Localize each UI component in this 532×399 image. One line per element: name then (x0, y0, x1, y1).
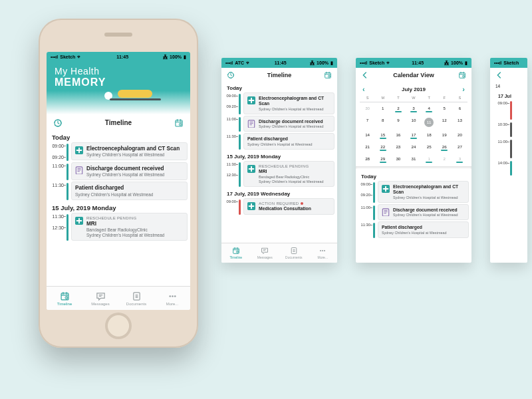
calendar-day[interactable]: 13 (452, 116, 467, 129)
hero-header: My Health MEMORY (47, 62, 190, 114)
tab-more[interactable]: More... (309, 243, 338, 263)
event-row[interactable]: 11:00 Discharge document receivedSydney … (356, 204, 471, 222)
calendar-day[interactable]: 10 (406, 116, 421, 129)
section-today: Today (47, 131, 190, 142)
calendar-day[interactable]: 4 (422, 104, 437, 114)
document-icon (75, 166, 83, 174)
calendar-day[interactable]: 1 (422, 154, 437, 165)
calendar-day[interactable]: 8 (375, 116, 390, 129)
tab-more[interactable]: More... (154, 287, 190, 310)
calendar-icon[interactable] (174, 118, 184, 128)
next-month[interactable]: › (462, 85, 465, 93)
document-icon (247, 120, 255, 128)
calendar-day[interactable]: 22 (375, 142, 390, 153)
hero-art-bar (118, 90, 152, 98)
event-row[interactable]: 11:00 Discharge document receivedSydney … (221, 116, 337, 134)
screen-calendar: •••ılSketchᯤ 11:45 ⁂100%▮ Calendar View … (356, 58, 471, 263)
calendar-day[interactable]: 21 (360, 142, 375, 153)
event-row[interactable]: 11:30 Patient dischargedSydney Children'… (221, 133, 337, 151)
nav-bar: Timeline (221, 68, 337, 82)
calendar-day[interactable]: 17 (406, 130, 421, 141)
calendar-day[interactable]: 14 (360, 130, 375, 141)
calendar-day[interactable]: 27 (452, 142, 467, 153)
calendar-day[interactable]: 18 (422, 130, 437, 141)
medical-icon (247, 96, 255, 104)
event-row[interactable]: 09:0009:20 Electroencephalogram and CT S… (356, 181, 471, 204)
app-title-2: MEMORY (55, 76, 182, 88)
calendar-day[interactable]: 24 (406, 142, 421, 153)
tab-documents[interactable]: Documents (279, 243, 309, 263)
calendar-grid[interactable]: SMTWTFS301234567891011121314151617181920… (360, 94, 467, 165)
more-icon (168, 291, 178, 301)
event-row[interactable]: 09:0009:20 Electroencephalogram and CT S… (221, 92, 337, 116)
calendar-day[interactable]: 2 (437, 154, 452, 165)
iphone-device: •••ılSketchᯤ 11:45 ⁂100%▮ My Health MEMO… (39, 19, 198, 348)
section-jul15: 15 July, 2019 Monday (47, 201, 190, 213)
event-row[interactable]: 09:00 ACTION REQUIRED Medication Consult… (221, 198, 337, 216)
tab-bar: Timeline Messages Documents More... (221, 243, 337, 263)
rail (66, 183, 68, 200)
calendar-day[interactable]: 23 (390, 142, 406, 153)
calendar-day[interactable]: 30 (390, 154, 406, 165)
section-today: Today (356, 172, 471, 181)
calendar-day[interactable]: 28 (360, 154, 375, 165)
tab-bar: Timeline Messages Documents More... (47, 286, 190, 310)
calendar-day[interactable]: 16 (390, 130, 406, 141)
calendar-day[interactable]: 9 (390, 116, 406, 129)
calendar-day[interactable]: 7 (360, 116, 375, 129)
tab-messages[interactable]: Messages (251, 243, 280, 263)
calendar-icon (60, 291, 70, 301)
nav-bar: Calendar View (356, 68, 471, 82)
history-icon[interactable] (53, 118, 63, 128)
rail (66, 144, 68, 161)
event-row[interactable]: 11:3012:30 RESCHEDULE PENDINGMRI Bandage… (221, 161, 337, 188)
section-jul15: 15 July, 2019 Monday (221, 151, 337, 161)
calendar-day[interactable]: 3 (452, 154, 467, 165)
screen-title: Calendar View (393, 72, 434, 78)
calendar-icon[interactable] (458, 71, 466, 79)
tab-messages[interactable]: Messages (82, 287, 118, 310)
calendar-day[interactable]: 30 (360, 104, 375, 114)
calendar-day[interactable]: 29 (375, 154, 390, 165)
app-title-1: My Health (55, 66, 182, 76)
rail (66, 214, 68, 241)
rail (66, 164, 68, 180)
calendar-day[interactable]: 19 (437, 130, 452, 141)
calendar-day[interactable]: 25 (422, 142, 437, 153)
calendar-day[interactable]: 6 (452, 104, 467, 114)
prev-month[interactable]: ‹ (362, 85, 365, 93)
calendar-day[interactable]: 2 (390, 104, 406, 114)
screen-title: Timeline (267, 72, 291, 78)
tab-timeline[interactable]: Timeline (221, 243, 251, 263)
tab-timeline[interactable]: Timeline (47, 287, 82, 310)
calendar-day[interactable]: 12 (437, 116, 452, 129)
calendar-day[interactable]: 15 (375, 130, 390, 141)
event-row[interactable]: 11:00 Discharge document receivedSydney … (47, 162, 190, 182)
timeline-body: Today 09:0009:20 Electroencephalogram an… (47, 131, 190, 242)
documents-icon (132, 291, 142, 301)
event-row[interactable]: 09:0009:20 Electroencephalogram and CT S… (47, 142, 190, 162)
calendar-day[interactable]: 5 (437, 104, 452, 114)
event-row[interactable]: 11:30 Patient dischargedSydney Children'… (356, 221, 471, 239)
calendar-day[interactable]: 20 (452, 130, 467, 141)
calendar-day[interactable]: 26 (437, 142, 452, 153)
status-bar: •••ılATCᯤ 11:45 ⁂100%▮ (221, 58, 337, 68)
back-icon[interactable] (495, 71, 503, 79)
cal-frag: 14 (493, 82, 527, 91)
event-row[interactable]: 11:30 Patient dischargedSydney Children'… (47, 182, 190, 201)
status-bar: •••ılSketchᯤ 11:45 ⁂100%▮ (47, 52, 190, 62)
calendar-icon[interactable] (324, 71, 332, 79)
section-jul17: 17 Jul (493, 91, 527, 100)
calendar-day[interactable]: 11 (422, 116, 437, 129)
month-label: July 2019 (402, 86, 426, 92)
calendar-day[interactable]: 31 (406, 154, 421, 165)
calendar-day[interactable]: 3 (406, 104, 421, 114)
calendar-day[interactable]: 1 (375, 104, 390, 114)
back-icon[interactable] (361, 71, 369, 79)
tab-documents[interactable]: Documents (118, 287, 154, 310)
message-icon (96, 291, 106, 301)
history-icon[interactable] (227, 71, 235, 79)
medical-icon (75, 217, 83, 225)
event-row[interactable]: 11:3012:30 RESCHEDULE PENDINGMRI Bandage… (47, 213, 190, 242)
screen-title: Timeline (105, 119, 132, 126)
